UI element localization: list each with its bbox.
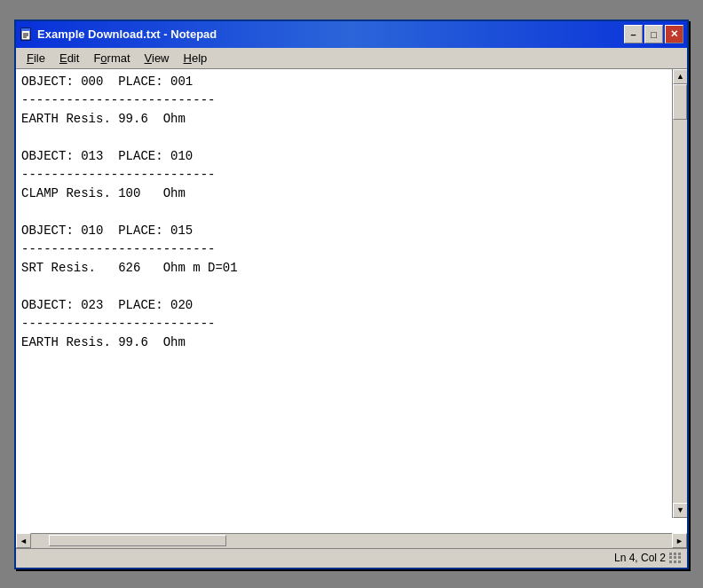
menu-file[interactable]: File — [20, 50, 52, 67]
scroll-track-h[interactable] — [31, 534, 672, 548]
grip-dot-2 — [674, 553, 676, 555]
minimize-button[interactable]: – — [624, 25, 643, 43]
grip-dot-1 — [669, 553, 672, 555]
close-button[interactable]: ✕ — [665, 25, 683, 43]
grip-dot-4 — [669, 556, 672, 559]
content-wrapper: OBJECT: 000 PLACE: 001 -----------------… — [16, 69, 687, 533]
scroll-track-v[interactable] — [673, 84, 687, 503]
scroll-thumb-v[interactable] — [673, 84, 687, 120]
window-title: Example Download.txt - Notepad — [37, 27, 620, 41]
menu-help[interactable]: Help — [177, 50, 215, 67]
menu-view[interactable]: View — [138, 50, 177, 67]
scroll-down-button[interactable]: ▼ — [673, 503, 687, 518]
scroll-left-button[interactable]: ◄ — [16, 533, 31, 548]
menu-edit[interactable]: Edit — [52, 50, 86, 67]
grip-dot-9 — [678, 561, 681, 563]
grip-dot-8 — [674, 561, 676, 563]
vertical-scrollbar[interactable]: ▲ ▼ — [672, 69, 687, 518]
app-icon — [20, 27, 34, 42]
cursor-position: Ln 4, Col 2 — [614, 552, 666, 564]
scroll-thumb-h[interactable] — [49, 535, 226, 546]
resize-grip — [669, 553, 680, 563]
text-editor[interactable]: OBJECT: 000 PLACE: 001 -----------------… — [16, 69, 687, 533]
grip-dot-6 — [678, 556, 681, 559]
title-bar: Example Download.txt - Notepad – □ ✕ — [16, 21, 687, 48]
menu-format[interactable]: Format — [86, 50, 137, 67]
horizontal-scrollbar[interactable]: ◄ ► — [16, 533, 687, 548]
menu-bar: File Edit Format View Help — [16, 48, 687, 69]
status-bar: Ln 4, Col 2 — [16, 548, 687, 568]
grip-dot-7 — [669, 561, 672, 563]
grip-dot-5 — [674, 556, 676, 559]
notepad-window: Example Download.txt - Notepad – □ ✕ Fil… — [14, 20, 689, 569]
window-controls: – □ ✕ — [624, 25, 683, 43]
scroll-right-button[interactable]: ► — [672, 533, 687, 548]
content-area: OBJECT: 000 PLACE: 001 -----------------… — [16, 69, 687, 548]
grip-dot-3 — [678, 553, 681, 555]
svg-rect-1 — [21, 28, 30, 31]
restore-button[interactable]: □ — [644, 25, 663, 43]
scroll-up-button[interactable]: ▲ — [673, 69, 687, 84]
